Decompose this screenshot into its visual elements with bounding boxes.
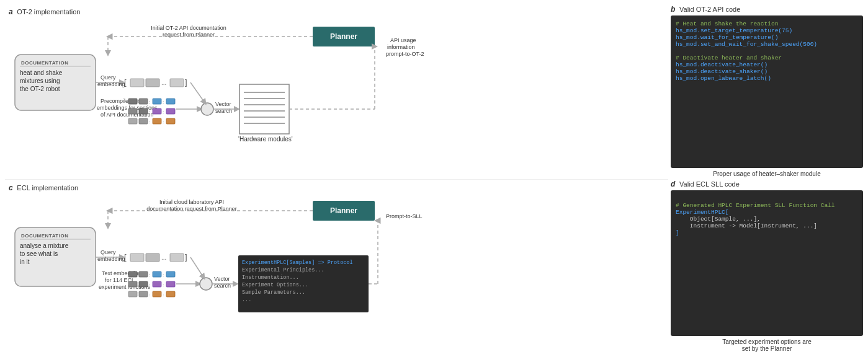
svg-rect-21	[153, 99, 161, 104]
code-d-line-2: ExperimentHPLC[	[676, 209, 858, 216]
code-line-4: hs_mod.set_and_wait_for_shake_speed(500)	[676, 41, 858, 48]
svg-text:...: ...	[242, 297, 251, 303]
svg-rect-74	[130, 253, 144, 262]
svg-text:Experiment Options...: Experiment Options...	[242, 282, 308, 288]
svg-rect-91	[153, 281, 161, 287]
svg-text::: :	[149, 282, 150, 288]
svg-text:DOCUMENTATION: DOCUMENTATION	[21, 233, 68, 239]
svg-text:embedding: embedding	[97, 256, 125, 262]
svg-text:Initial OT-2 API documentation: Initial OT-2 API documentation	[151, 25, 226, 31]
svg-text:[: [	[124, 77, 127, 87]
panel-a-diagram: DOCUMENTATION heat and shake mixtures us…	[9, 17, 664, 154]
svg-text:'Hardware modules': 'Hardware modules'	[238, 136, 293, 143]
panel-b-label: b Valid OT-2 API code	[671, 5, 863, 14]
panel-b-wrapper: b Valid OT-2 API code # Heat and shake t…	[671, 5, 863, 177]
svg-rect-89	[139, 281, 148, 287]
svg-rect-85	[153, 271, 161, 277]
svg-text:]: ]	[185, 77, 187, 87]
svg-rect-88	[128, 281, 137, 287]
panel-a-label: a OT-2 implementation	[9, 7, 664, 16]
panel-d-label: d Valid ECL SLL code	[671, 180, 863, 188]
svg-text:DOCUMENTATION: DOCUMENTATION	[21, 60, 68, 66]
left-panels: a OT-2 implementation DOCUMENTATION heat…	[5, 5, 668, 352]
svg-text:analyse a mixture: analyse a mixture	[20, 242, 69, 249]
svg-point-101	[200, 278, 212, 290]
svg-rect-93	[166, 281, 175, 287]
svg-text::: :	[149, 99, 150, 105]
code-line-6: hs_mod.deactivate_heater()	[676, 61, 858, 68]
svg-point-37	[201, 103, 213, 115]
svg-rect-25	[139, 108, 148, 114]
svg-text:Vector: Vector	[214, 276, 230, 282]
svg-rect-95	[139, 291, 148, 297]
code-line-3: hs_mod.wait_for_temperature()	[676, 34, 858, 41]
svg-text:in it: in it	[20, 258, 30, 265]
svg-rect-87	[166, 271, 175, 277]
svg-rect-42	[239, 84, 289, 134]
svg-rect-82	[128, 271, 137, 277]
svg-text:embedding: embedding	[97, 81, 125, 87]
svg-text:...: ...	[161, 254, 166, 261]
svg-rect-30	[128, 118, 137, 124]
svg-text::: :	[163, 292, 164, 298]
code-line-5: # Deactivate heater and shaker	[676, 55, 858, 61]
svg-rect-18	[128, 99, 137, 104]
code-d-line-5: ]	[676, 229, 858, 236]
code-line-2: hs_mod.set_target_temperature(75)	[676, 27, 858, 34]
svg-rect-35	[166, 118, 175, 124]
svg-text:Planner: Planner	[330, 32, 357, 41]
code-line-8: hs_mod.open_labware_latch()	[676, 75, 858, 82]
svg-text::: :	[163, 99, 164, 105]
svg-text:Experimental Principles...: Experimental Principles...	[242, 267, 324, 273]
code-d-line-4: Instrument -> Model[Instrument, ...]	[676, 223, 858, 229]
svg-text:prompt-to-OT-2: prompt-to-OT-2	[386, 51, 424, 57]
svg-text:Query: Query	[101, 249, 116, 255]
main-container: a OT-2 implementation DOCUMENTATION heat…	[0, 0, 868, 357]
svg-text::: :	[163, 282, 164, 288]
code-d-line-blank1	[676, 195, 858, 202]
panel-c-diagram: DOCUMENTATION analyse a mixture to see w…	[9, 193, 664, 330]
panel-c-label: c ECL implementation	[9, 183, 664, 192]
svg-rect-24	[128, 108, 137, 114]
svg-line-41	[190, 82, 205, 104]
svg-text::: :	[163, 119, 164, 125]
svg-rect-99	[166, 291, 175, 297]
svg-rect-11	[146, 79, 159, 87]
right-panels: b Valid OT-2 API code # Heat and shake t…	[671, 5, 863, 352]
code-d-line-1: # Generated HPLC Experiment SLL Function…	[676, 202, 858, 209]
svg-text:Planner: Planner	[330, 206, 357, 215]
svg-text:API usage: API usage	[390, 37, 416, 43]
svg-rect-33	[153, 118, 161, 124]
svg-text:mixtures using: mixtures using	[20, 77, 60, 84]
svg-text:Instrumentation...: Instrumentation...	[242, 275, 299, 281]
svg-rect-83	[139, 271, 148, 277]
svg-text::: :	[163, 109, 164, 115]
svg-text::: :	[149, 109, 150, 115]
svg-rect-13	[170, 79, 184, 87]
svg-text:Initial cloud laboratory API: Initial cloud laboratory API	[159, 199, 224, 205]
svg-rect-27	[153, 108, 161, 114]
code-d-line-3: Object[Sample, ...],	[676, 216, 858, 223]
svg-text:information: information	[387, 44, 415, 50]
svg-text:Text embeddings: Text embeddings	[102, 270, 145, 276]
panel-d-caption: Targeted experiment options are set by t…	[671, 338, 863, 352]
svg-rect-23	[166, 99, 175, 104]
svg-rect-29	[166, 108, 175, 114]
svg-text:Vector: Vector	[215, 101, 231, 107]
panel-b-caption: Proper usage of heater–shaker module	[671, 170, 863, 177]
svg-text:the OT-2 robot: the OT-2 robot	[20, 86, 60, 92]
svg-rect-31	[139, 118, 148, 124]
code-line-7: hs_mod.deactivate_shaker()	[676, 68, 858, 75]
code-line-blank1	[676, 48, 858, 55]
svg-text::: :	[149, 292, 150, 298]
svg-line-104	[190, 257, 204, 278]
svg-text:]: ]	[185, 252, 187, 262]
panel-b-code: # Heat and shake the reaction hs_mod.set…	[671, 15, 863, 168]
svg-text:to see what is: to see what is	[20, 250, 58, 257]
svg-text::: :	[163, 272, 164, 278]
svg-text:ExperimentHPLC[Samples] => Pro: ExperimentHPLC[Samples] => Protocol	[242, 260, 353, 266]
svg-rect-94	[128, 291, 137, 297]
svg-text::: :	[149, 119, 150, 125]
svg-rect-75	[146, 253, 159, 262]
panel-c: c ECL implementation DOCUMENTATION analy…	[5, 179, 668, 353]
